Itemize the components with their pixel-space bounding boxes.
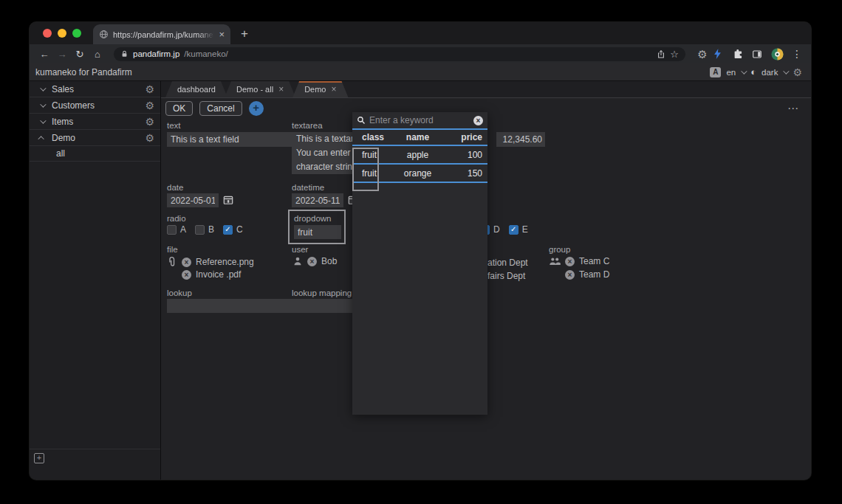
remove-user-icon[interactable]: × (307, 257, 317, 266)
extension-gear-icon[interactable]: ⚙ (694, 49, 711, 60)
browser-toolbar: ← → ↻ ⌂ pandafirm.jp/kumaneko/ ☆ ⚙ (30, 44, 811, 63)
reload-button[interactable]: ↻ (72, 49, 87, 60)
address-bar[interactable]: pandafirm.jp/kumaneko/ ☆ (114, 47, 685, 61)
tab-demo-all[interactable]: Demo - all × (225, 81, 295, 97)
checkbox-e[interactable]: ✓ (509, 225, 518, 235)
record-actionbar: OK Cancel + (165, 101, 264, 116)
search-icon (357, 116, 366, 125)
date-field-input[interactable] (167, 193, 219, 207)
lookup-field-input[interactable] (167, 299, 292, 313)
dropdown-options-popup: × class name price fruit apple 100 fruit (352, 112, 487, 415)
maximize-window-button[interactable] (72, 29, 81, 38)
paperclip-icon[interactable] (167, 256, 177, 268)
sidebar-item-sales[interactable]: Sales ⚙ (30, 81, 160, 97)
forward-button[interactable]: → (55, 49, 69, 60)
items-settings-gear-icon[interactable]: ⚙ (145, 117, 154, 127)
textarea-field-label: textarea (292, 121, 323, 130)
demo-settings-gear-icon[interactable]: ⚙ (145, 133, 154, 143)
popup-table-row[interactable]: fruit apple 100 (352, 146, 487, 165)
globe-favicon-icon (99, 30, 109, 39)
lock-icon (120, 49, 129, 58)
new-tab-button[interactable]: + (241, 27, 248, 41)
settings-gear-icon[interactable]: ⚙ (793, 67, 802, 77)
language-selector[interactable]: en (726, 68, 736, 77)
lookup-mapping-field-label: lookup mapping (292, 289, 352, 297)
back-button[interactable]: ← (37, 49, 52, 60)
extensions-puzzle-icon[interactable] (733, 49, 749, 59)
more-options-icon[interactable]: ⋯ (787, 102, 799, 115)
add-record-button[interactable]: + (249, 101, 264, 116)
checkbox-a-label: A (180, 224, 186, 235)
calendar-icon[interactable] (223, 195, 233, 205)
sidebar-item-label: Sales (52, 84, 74, 94)
chevron-up-icon (38, 136, 44, 142)
add-app-button[interactable]: + (34, 453, 44, 463)
sidebar-item-demo[interactable]: Demo ⚙ (30, 130, 160, 146)
sidebar-item-customers[interactable]: Customers ⚙ (30, 97, 160, 114)
datetime-field-label: datetime (292, 183, 324, 192)
checkbox-b-label: B (208, 224, 214, 235)
checkbox-c[interactable]: ✓ (223, 225, 233, 235)
group-name: Team C (579, 256, 609, 266)
cell-name: apple (385, 150, 451, 160)
lookup-field-label: lookup (167, 289, 192, 297)
popup-table-row[interactable]: fruit orange 150 (352, 165, 487, 183)
tab-label: Demo - all (236, 85, 273, 94)
tab-dashboard[interactable]: dashboard (165, 81, 227, 97)
close-window-button[interactable] (43, 29, 52, 38)
close-tab-icon[interactable]: × (219, 30, 225, 39)
ok-button[interactable]: OK (165, 101, 193, 116)
dropdown-field-input[interactable] (294, 225, 341, 239)
sidebar-item-items[interactable]: Items ⚙ (30, 114, 160, 130)
bookmark-star-icon[interactable]: ☆ (670, 49, 679, 60)
lightning-extension-icon[interactable] (713, 49, 730, 59)
checkbox-a[interactable] (167, 225, 177, 235)
home-button[interactable]: ⌂ (90, 49, 105, 60)
checkbox-d-label: D (493, 224, 500, 235)
file-row: × Invoice .pdf (182, 269, 241, 280)
radio-options: A B ✓ C (167, 224, 252, 235)
number-field-input[interactable]: 12,345.60 (496, 132, 545, 147)
sidebar-subitem-all[interactable]: all (30, 146, 160, 162)
close-tab-icon[interactable]: × (278, 85, 284, 94)
share-icon[interactable] (657, 49, 665, 59)
browser-menu-icon[interactable]: ⋮ (790, 48, 804, 60)
browser-tab[interactable]: https://pandafirm.jp/kumaneko × (93, 24, 230, 44)
minimize-window-button[interactable] (58, 29, 66, 38)
theme-selector[interactable]: dark (761, 68, 778, 77)
dropdown-field-focus-ring: dropdown (288, 210, 346, 244)
desktop: https://pandafirm.jp/kumaneko × + ← → ↻ … (0, 0, 842, 504)
sidebar: Sales ⚙ Customers ⚙ Items ⚙ Demo ⚙ (30, 81, 161, 480)
close-tab-icon[interactable]: × (331, 85, 336, 94)
clear-search-icon[interactable]: × (473, 116, 483, 125)
chevron-down-icon (784, 68, 790, 74)
app-header: kumaneko for Pandafirm A en ◐ dark ⚙ (30, 63, 811, 81)
side-panel-icon[interactable] (752, 49, 768, 59)
user-name: Bob (321, 256, 337, 266)
traffic-lights (30, 22, 93, 44)
remove-group-icon[interactable]: × (565, 270, 575, 280)
remove-file-icon[interactable]: × (182, 258, 191, 267)
remove-file-icon[interactable]: × (182, 270, 191, 280)
cancel-button[interactable]: Cancel (199, 101, 242, 116)
chevron-down-icon (741, 68, 747, 74)
browser-tab-title: https://pandafirm.jp/kumaneko (113, 30, 214, 39)
file-name: Invoice .pdf (196, 269, 241, 280)
file-field-label: file (167, 245, 178, 254)
organization-name-fragment: fairs Dept (487, 271, 525, 281)
checkbox-e-label: E (522, 224, 528, 235)
tab-demo[interactable]: Demo × (292, 81, 348, 97)
popup-table-header: class name price (352, 130, 487, 146)
keyword-search-input[interactable] (369, 115, 470, 125)
sales-settings-gear-icon[interactable]: ⚙ (145, 84, 154, 94)
url-path: /kumaneko/ (184, 49, 227, 58)
datetime-field-input[interactable] (292, 193, 343, 207)
remove-group-icon[interactable]: × (565, 257, 575, 266)
profile-avatar[interactable] (771, 48, 787, 61)
checkbox-b[interactable] (195, 225, 205, 235)
check-icon: ✓ (225, 226, 230, 233)
cell-class: fruit (352, 150, 385, 160)
customers-settings-gear-icon[interactable]: ⚙ (145, 100, 154, 111)
app-title: kumaneko for Pandafirm (35, 67, 132, 77)
sidebar-footer: + (30, 449, 160, 466)
